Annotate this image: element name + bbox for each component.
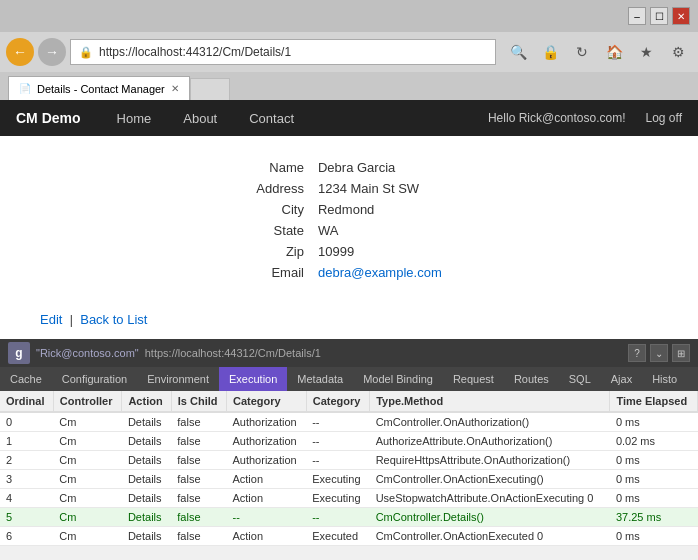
user-greeting: Hello Rick@contoso.com! — [488, 111, 626, 125]
page-icon: 🔒 — [79, 46, 93, 59]
app-navbar: CM Demo Home About Contact Hello Rick@co… — [0, 100, 698, 136]
zip-label: Zip — [250, 242, 310, 261]
close-button[interactable]: ✕ — [672, 7, 690, 25]
zip-value: 10999 — [312, 242, 448, 261]
address-value: 1234 Main St SW — [312, 179, 448, 198]
col-ordinal: Ordinal — [0, 391, 53, 412]
contact-details-section: Name Debra Garcia Address 1234 Main St S… — [0, 136, 698, 304]
glimpse-tab-configuration[interactable]: Configuration — [52, 367, 137, 391]
name-label: Name — [250, 158, 310, 177]
favorites-button[interactable]: ★ — [632, 38, 660, 66]
col-category2: Category — [306, 391, 369, 412]
state-label: State — [250, 221, 310, 240]
forward-button[interactable]: → — [38, 38, 66, 66]
glimpse-tab-metadata[interactable]: Metadata — [287, 367, 353, 391]
address-bar[interactable]: 🔒 https://localhost:44312/Cm/Details/1 — [70, 39, 496, 65]
email-row: Email debra@example.com — [250, 263, 447, 282]
action-link[interactable]: Details — [128, 511, 162, 523]
glimpse-tabs: CacheConfigurationEnvironmentExecutionMe… — [0, 367, 698, 391]
glimpse-tab-sql[interactable]: SQL — [559, 367, 601, 391]
back-to-list-link[interactable]: Back to List — [80, 312, 147, 327]
col-action: Action — [122, 391, 171, 412]
glimpse-tab-environment[interactable]: Environment — [137, 367, 219, 391]
table-row: 6CmDetailsfalseActionExecutedCmControlle… — [0, 527, 698, 546]
active-tab[interactable]: 📄 Details - Contact Manager ✕ — [8, 76, 190, 100]
table-row: 4CmDetailsfalseActionExecutingUseStopwat… — [0, 489, 698, 508]
state-row: State WA — [250, 221, 447, 240]
grid-table: Ordinal Controller Action Is Child Categ… — [0, 391, 698, 546]
browser-navbar: ← → 🔒 https://localhost:44312/Cm/Details… — [0, 32, 698, 72]
name-row: Name Debra Garcia — [250, 158, 447, 177]
home-button[interactable]: 🏠 — [600, 38, 628, 66]
nav-about[interactable]: About — [171, 111, 229, 126]
data-grid: Ordinal Controller Action Is Child Categ… — [0, 391, 698, 546]
profiler-help-button[interactable]: ? — [628, 344, 646, 362]
table-row: 3CmDetailsfalseActionExecutingCmControll… — [0, 470, 698, 489]
nav-contact[interactable]: Contact — [237, 111, 306, 126]
table-row: 0CmDetailsfalseAuthorization--CmControll… — [0, 412, 698, 432]
table-row: 2CmDetailsfalseAuthorization--RequireHtt… — [0, 451, 698, 470]
table-row: 1CmDetailsfalseAuthorization--AuthorizeA… — [0, 432, 698, 451]
maximize-button[interactable]: ☐ — [650, 7, 668, 25]
contact-actions: Edit | Back to List — [0, 304, 698, 339]
edit-link[interactable]: Edit — [40, 312, 62, 327]
glimpse-tab-ajax[interactable]: Ajax — [601, 367, 642, 391]
address-text: https://localhost:44312/Cm/Details/1 — [99, 45, 291, 59]
name-value: Debra Garcia — [312, 158, 448, 177]
col-typemethod: Type.Method — [370, 391, 610, 412]
logout-link[interactable]: Log off — [646, 111, 682, 125]
glimpse-tab-request[interactable]: Request — [443, 367, 504, 391]
refresh-button[interactable]: ↻ — [568, 38, 596, 66]
mini-profiler-bar: g "Rick@contoso.com" https://localhost:4… — [0, 339, 698, 367]
city-value: Redmond — [312, 200, 448, 219]
glimpse-tab-histo[interactable]: Histo — [642, 367, 687, 391]
settings-button[interactable]: ⚙ — [664, 38, 692, 66]
tab-bar: 📄 Details - Contact Manager ✕ — [0, 72, 698, 100]
contact-table: Name Debra Garcia Address 1234 Main St S… — [248, 156, 449, 284]
profiler-expand-button[interactable]: ⌄ — [650, 344, 668, 362]
search-button[interactable]: 🔍 — [504, 38, 532, 66]
tab-close-button[interactable]: ✕ — [171, 83, 179, 94]
glimpse-tab-cache[interactable]: Cache — [0, 367, 52, 391]
state-value: WA — [312, 221, 448, 240]
profiler-user: "Rick@contoso.com" — [36, 347, 139, 359]
email-link[interactable]: debra@example.com — [318, 265, 442, 280]
nav-home[interactable]: Home — [105, 111, 164, 126]
email-cell: debra@example.com — [312, 263, 448, 282]
profiler-avatar: g — [8, 342, 30, 364]
city-row: City Redmond — [250, 200, 447, 219]
method-link[interactable]: CmController.Details() — [376, 511, 484, 523]
brand-name: CM Demo — [16, 110, 81, 126]
table-row: 5CmDetailsfalse----CmController.Details(… — [0, 508, 698, 527]
profiler-url: https://localhost:44312/Cm/Details/1 — [145, 347, 622, 359]
address-row: Address 1234 Main St SW — [250, 179, 447, 198]
grid-header-row: Ordinal Controller Action Is Child Categ… — [0, 391, 698, 412]
glimpse-tab-execution[interactable]: Execution — [219, 367, 287, 391]
col-time: Time Elapsed — [610, 391, 698, 412]
tab-icon: 📄 — [19, 83, 31, 94]
email-label: Email — [250, 263, 310, 282]
separator: | — [70, 313, 73, 327]
col-category1: Category — [226, 391, 306, 412]
tab-title: Details - Contact Manager — [37, 83, 165, 95]
glimpse-tab-model-binding[interactable]: Model Binding — [353, 367, 443, 391]
glimpse-tab-routes[interactable]: Routes — [504, 367, 559, 391]
address-label: Address — [250, 179, 310, 198]
back-button[interactable]: ← — [6, 38, 34, 66]
city-label: City — [250, 200, 310, 219]
browser-titlebar: – ☐ ✕ — [0, 0, 698, 32]
lock-icon: 🔒 — [536, 38, 564, 66]
col-ischild: Is Child — [171, 391, 226, 412]
new-tab-placeholder[interactable] — [190, 78, 230, 100]
col-controller: Controller — [53, 391, 122, 412]
minimize-button[interactable]: – — [628, 7, 646, 25]
profiler-config-button[interactable]: ⊞ — [672, 344, 690, 362]
zip-row: Zip 10999 — [250, 242, 447, 261]
